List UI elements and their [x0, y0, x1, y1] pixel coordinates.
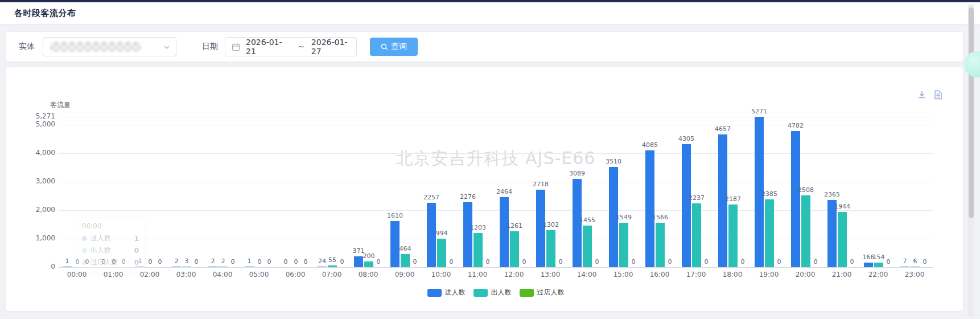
- bar-group[interactable]: 40851566016:00: [641, 117, 678, 267]
- legend-marker-icon: [520, 289, 534, 297]
- bar-出人数[interactable]: [765, 199, 774, 267]
- entity-select[interactable]: [43, 37, 176, 56]
- query-button[interactable]: 查询: [370, 38, 418, 56]
- bar-group[interactable]: 1610464009:00: [386, 117, 423, 267]
- bar-value-label: 1203: [470, 224, 486, 231]
- bar-plot: 10000:0000001:0010002:0023003:0022004:00…: [59, 117, 933, 268]
- bar-出人数[interactable]: [838, 212, 847, 267]
- entity-value-redacted: [50, 42, 141, 52]
- bar-出人数[interactable]: [692, 203, 701, 267]
- bar-group[interactable]: 10002:00: [131, 117, 168, 267]
- filter-bar: 实体 日期 2026-01-21 ~ 2026-01-27 查询: [6, 32, 963, 62]
- date-start[interactable]: 2026-01-21: [246, 38, 291, 56]
- bar-value-label: 0: [668, 258, 672, 265]
- date-end[interactable]: 2026-01-27: [311, 38, 356, 56]
- bar-group[interactable]: 46572187018:00: [714, 117, 751, 267]
- bar-进人数[interactable]: [208, 267, 217, 268]
- bar-进人数[interactable]: [900, 267, 909, 268]
- bar-value-label: 0: [705, 258, 709, 265]
- bar-进人数[interactable]: [645, 150, 654, 267]
- bar-value-label: 1610: [387, 212, 403, 219]
- legend-label: 过店人数: [537, 288, 565, 297]
- scrollbar-thumb[interactable]: [969, 7, 974, 218]
- bar-进人数[interactable]: [318, 267, 327, 268]
- bar-group[interactable]: 24641261012:00: [496, 117, 532, 267]
- legend-item[interactable]: 过店人数: [520, 288, 565, 297]
- bar-出人数[interactable]: [583, 226, 592, 267]
- bar-group[interactable]: 10000:00: [59, 117, 95, 267]
- bar-出人数[interactable]: [182, 267, 191, 268]
- bar-进人数[interactable]: [63, 267, 72, 268]
- bar-进人数[interactable]: [500, 197, 509, 267]
- bar-value-label: 6: [913, 257, 917, 265]
- bar-出人数[interactable]: [473, 233, 483, 267]
- bar-进人数[interactable]: [390, 221, 400, 267]
- bar-value-label: 0: [887, 258, 891, 265]
- legend-item[interactable]: 出人数: [473, 288, 512, 297]
- x-tick-label: 22:00: [860, 271, 896, 279]
- legend-marker-icon: [473, 289, 488, 297]
- bar-进人数[interactable]: [682, 144, 691, 267]
- bar-group[interactable]: 00006:00: [277, 117, 314, 267]
- bar-value-label: 24: [318, 257, 326, 265]
- bar-value-label: 2276: [460, 193, 476, 201]
- bar-出人数[interactable]: [401, 254, 410, 267]
- bar-group[interactable]: 371200008:00: [350, 117, 386, 267]
- bar-进人数[interactable]: [536, 190, 545, 267]
- bar-value-label: 464: [400, 245, 411, 252]
- bar-group[interactable]: 23003:00: [168, 117, 204, 267]
- legend-item[interactable]: 进人数: [427, 288, 466, 297]
- bar-出人数[interactable]: [510, 231, 519, 267]
- bar-进人数[interactable]: [791, 131, 800, 268]
- bar-group[interactable]: 30891455014:00: [569, 117, 605, 267]
- bar-出人数[interactable]: [801, 195, 810, 267]
- bar-value-label: 0: [595, 258, 599, 265]
- document-icon[interactable]: [934, 90, 942, 100]
- bar-出人数[interactable]: [619, 223, 628, 267]
- bar-进人数[interactable]: [245, 267, 254, 268]
- bar-出人数[interactable]: [437, 239, 446, 267]
- search-icon: [381, 43, 388, 51]
- bar-value-label: 2237: [689, 194, 705, 202]
- bar-group[interactable]: 35101549015:00: [605, 117, 641, 267]
- bar-group[interactable]: 22761203011:00: [459, 117, 496, 267]
- bar-value-label: 0: [559, 258, 563, 265]
- bar-出人数[interactable]: [546, 230, 555, 267]
- bar-value-label: 0: [149, 258, 153, 265]
- bar-出人数[interactable]: [911, 267, 920, 268]
- legend-label: 进人数: [445, 288, 466, 297]
- bar-group[interactable]: 2257994010:00: [423, 117, 459, 267]
- bar-进人数[interactable]: [135, 267, 145, 268]
- bar-group[interactable]: 10005:00: [241, 117, 277, 267]
- bar-出人数[interactable]: [874, 263, 883, 267]
- bar-group[interactable]: 52712385019:00: [751, 117, 787, 267]
- bar-group[interactable]: 27181302013:00: [532, 117, 569, 267]
- bar-进人数[interactable]: [864, 263, 873, 267]
- bar-group[interactable]: 22004:00: [204, 117, 241, 267]
- bar-出人数[interactable]: [364, 261, 373, 267]
- bar-group[interactable]: 43052237017:00: [678, 117, 714, 267]
- bar-进人数[interactable]: [172, 267, 181, 268]
- bar-进人数[interactable]: [427, 203, 436, 267]
- download-icon[interactable]: [917, 90, 927, 100]
- bar-value-label: 0: [112, 258, 116, 265]
- bar-group[interactable]: 47822508020:00: [787, 117, 823, 267]
- bar-出人数[interactable]: [328, 265, 337, 267]
- bar-group[interactable]: 23651944021:00: [823, 117, 860, 267]
- bar-group[interactable]: 2455007:00: [314, 117, 350, 267]
- page-header: 各时段客流分布: [0, 2, 980, 24]
- bar-group[interactable]: 00001:00: [95, 117, 131, 267]
- bar-value-label: 2: [211, 257, 215, 265]
- bar-value-label: 3510: [606, 158, 621, 165]
- bar-进人数[interactable]: [354, 256, 363, 267]
- bar-group[interactable]: 166154022:00: [860, 117, 896, 267]
- bar-group[interactable]: 76023:00: [896, 117, 933, 267]
- bar-出人数[interactable]: [728, 205, 738, 267]
- bar-进人数[interactable]: [463, 202, 472, 267]
- date-range-input[interactable]: 2026-01-21 ~ 2026-01-27: [225, 37, 357, 56]
- bar-出人数[interactable]: [219, 267, 228, 268]
- floating-widget[interactable]: [964, 51, 980, 77]
- bar-出人数[interactable]: [656, 223, 665, 267]
- x-tick-label: 04:00: [204, 271, 241, 279]
- bar-value-label: 0: [741, 258, 745, 265]
